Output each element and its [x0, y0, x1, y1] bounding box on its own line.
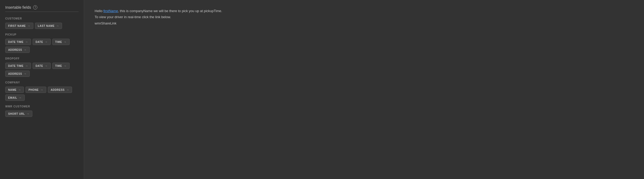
company-fields-row-1: NAME → PHONE → ADDRESS → [5, 87, 79, 93]
panel-title-row: Insertable fields ? [5, 5, 79, 12]
pickup-time-button[interactable]: TIME → [52, 39, 70, 45]
preview-line1: Hello firstName, this is companyName we … [95, 8, 633, 14]
preview-panel: Hello firstName, this is companyName we … [84, 0, 644, 179]
short-url-arrow-icon: → [27, 112, 30, 115]
dropoff-address-button[interactable]: ADDRESS → [5, 71, 30, 77]
panel-title: Insertable fields [5, 5, 31, 9]
company-address-arrow-icon: → [66, 88, 69, 91]
first-name-arrow-icon: → [27, 24, 30, 27]
section-label-wmr-customer: WMR CUSTOMER [5, 105, 79, 108]
dropoff-address-label: ADDRESS [8, 72, 22, 75]
company-phone-button[interactable]: PHONE → [25, 87, 46, 93]
preview-line1-rest: , this is companyName we will be there t… [118, 9, 222, 13]
pickup-date-label: DATE [35, 41, 43, 43]
dropoff-date-label: DATE [35, 64, 43, 67]
first-name-label: FIRST NAME [8, 24, 26, 27]
pickup-date-arrow-icon: → [45, 40, 48, 43]
dropoff-fields-row-2: ADDRESS → [5, 71, 79, 77]
pickup-date-time-arrow-icon: → [25, 40, 28, 43]
preview-hello: Hello [95, 9, 103, 13]
pickup-time-label: TIME [55, 41, 62, 43]
dropoff-date-button[interactable]: DATE → [33, 63, 51, 69]
company-email-label: EMAIL [8, 96, 17, 99]
company-address-button[interactable]: ADDRESS → [48, 87, 72, 93]
first-name-button[interactable]: FIRST NAME → [5, 23, 33, 29]
insertable-fields-panel: Insertable fields ? CUSTOMER FIRST NAME … [0, 0, 84, 179]
pickup-address-arrow-icon: → [24, 48, 27, 51]
customer-fields-row: FIRST NAME → LAST NAME → [5, 23, 79, 29]
company-email-button[interactable]: EMAIL → [5, 95, 25, 101]
company-name-arrow-icon: → [18, 88, 21, 91]
pickup-time-arrow-icon: → [64, 40, 67, 43]
pickup-date-time-button[interactable]: DATE TIME → [5, 39, 31, 45]
company-fields-row-2: EMAIL → [5, 95, 79, 101]
pickup-date-time-label: DATE TIME [8, 41, 24, 43]
help-icon[interactable]: ? [33, 5, 37, 9]
dropoff-time-arrow-icon: → [64, 64, 67, 67]
preview-first-name-highlight: firstName [103, 9, 118, 13]
last-name-arrow-icon: → [56, 24, 59, 27]
dropoff-time-button[interactable]: TIME → [52, 63, 70, 69]
short-url-button[interactable]: SHORT URL → [5, 111, 32, 117]
pickup-address-button[interactable]: ADDRESS → [5, 47, 30, 53]
section-label-pickup: PICKUP [5, 33, 79, 36]
company-phone-arrow-icon: → [40, 88, 43, 91]
dropoff-date-time-button[interactable]: DATE TIME → [5, 63, 31, 69]
last-name-label: LAST NAME [38, 24, 55, 27]
pickup-date-button[interactable]: DATE → [33, 39, 51, 45]
company-email-arrow-icon: → [19, 96, 22, 99]
company-name-label: NAME [8, 88, 17, 91]
section-label-dropoff: DROPOFF [5, 57, 79, 60]
pickup-fields-row-2: ADDRESS → [5, 47, 79, 53]
last-name-button[interactable]: LAST NAME → [35, 23, 62, 29]
dropoff-date-time-arrow-icon: → [25, 64, 28, 67]
pickup-address-label: ADDRESS [8, 48, 22, 51]
pickup-fields-row-1: DATE TIME → DATE → TIME → [5, 39, 79, 45]
company-name-button[interactable]: NAME → [5, 87, 24, 93]
short-url-label: SHORT URL [8, 112, 25, 115]
preview-line2: To view your driver in real-time click t… [95, 14, 633, 20]
dropoff-fields-row-1: DATE TIME → DATE → TIME → [5, 63, 79, 69]
section-label-company: COMPANY [5, 81, 79, 84]
preview-content: Hello firstName, this is companyName we … [95, 8, 633, 26]
company-phone-label: PHONE [28, 88, 39, 91]
dropoff-time-label: TIME [55, 64, 62, 67]
dropoff-address-arrow-icon: → [24, 72, 27, 75]
company-address-label: ADDRESS [51, 88, 65, 91]
wmr-customer-fields-row: SHORT URL → [5, 111, 79, 117]
preview-line3: wmrShareLink [95, 20, 633, 26]
dropoff-date-arrow-icon: → [45, 64, 48, 67]
dropoff-date-time-label: DATE TIME [8, 64, 24, 67]
section-label-customer: CUSTOMER [5, 17, 79, 20]
